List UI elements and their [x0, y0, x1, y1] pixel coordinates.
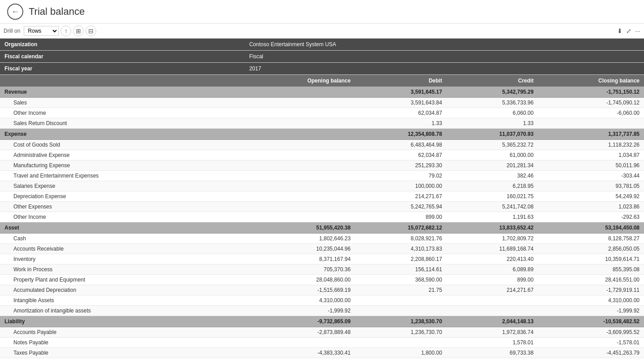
item-credit: 214,271.67	[447, 285, 538, 295]
fiscal-cal-label: Fiscal calendar	[0, 51, 245, 63]
table-row: Accumulated Depreciation -1,515,669.19 2…	[0, 285, 644, 295]
item-closing-balance: -1,999.92	[538, 306, 644, 316]
category-closing-balance: 1,317,737.85	[538, 129, 644, 140]
table-row: Amortization of intangible assets -1,999…	[0, 306, 644, 316]
item-opening-balance: -1,515,669.19	[245, 285, 355, 295]
item-credit: 6,218.95	[447, 181, 538, 191]
col-name-header	[0, 75, 245, 87]
table-row: Other Current Liabilities -2,475,645.20 …	[0, 358, 644, 360]
col-opening-balance-header: Opening balance	[245, 75, 355, 87]
category-debit: 1,238,530.70	[355, 316, 447, 327]
item-opening-balance: 705,370.36	[245, 265, 355, 275]
item-name: Travel and Entertainment Expenses	[0, 171, 245, 181]
item-closing-balance: -4,451,263.79	[538, 348, 644, 358]
item-debit: 8,028,921.76	[355, 234, 447, 244]
item-opening-balance	[245, 118, 355, 129]
table-row: Cash 1,802,646.23 8,028,921.76 1,702,809…	[0, 234, 644, 244]
item-closing-balance: 1,034.87	[538, 150, 644, 160]
toolbar-right: ⬇ ⤢ ···	[617, 27, 640, 35]
table-row: Manufacturing Expense 251,293.30 201,281…	[0, 160, 644, 171]
category-debit: 15,072,682.12	[355, 222, 447, 234]
item-opening-balance	[245, 181, 355, 191]
item-name: Cash	[0, 234, 245, 244]
item-debit: 251,293.30	[355, 160, 447, 171]
category-credit: 13,833,652.42	[447, 222, 538, 234]
item-opening-balance	[245, 160, 355, 171]
item-name: Amortization of intangible assets	[0, 306, 245, 316]
category-opening-balance	[245, 87, 355, 98]
item-name: Work in Process	[0, 265, 245, 275]
item-opening-balance: 10,235,044.96	[245, 244, 355, 254]
item-closing-balance: 4,310,000.00	[538, 295, 644, 306]
item-closing-balance: 93,781.05	[538, 181, 644, 191]
item-opening-balance	[245, 191, 355, 202]
item-debit	[355, 358, 447, 360]
org-row: Organization Contoso Entertainment Syste…	[0, 39, 644, 51]
category-row: Expense 12,354,808.78 11,037,070.93 1,31…	[0, 129, 644, 140]
item-debit: 3,591,643.84	[355, 98, 447, 108]
item-name: Manufacturing Expense	[0, 160, 245, 171]
back-button[interactable]: ←	[7, 4, 23, 20]
item-closing-balance: -2,475,645.20	[538, 358, 644, 360]
item-name: Accounts Receivable	[0, 244, 245, 254]
category-closing-balance: 53,194,450.08	[538, 222, 644, 234]
item-debit: 368,590.00	[355, 275, 447, 285]
table-row: Taxes Payable -4,383,330.41 1,800.00 69,…	[0, 348, 644, 358]
item-name: Administrative Expense	[0, 150, 245, 160]
item-opening-balance: 8,371,167.94	[245, 254, 355, 265]
category-row: Liability -9,732,865.09 1,238,530.70 2,0…	[0, 316, 644, 327]
table-row: Sales 3,591,643.84 5,336,733.96 -1,745,0…	[0, 98, 644, 108]
item-credit: 1.33	[447, 118, 538, 129]
item-closing-balance: -1,729,919.11	[538, 285, 644, 295]
item-debit	[355, 295, 447, 306]
item-opening-balance	[245, 140, 355, 150]
drill-on-label: Drill on	[4, 28, 20, 34]
item-credit: 6,089.89	[447, 265, 538, 275]
item-name: Accumulated Depreciation	[0, 285, 245, 295]
drill-up-button[interactable]: ↑	[60, 26, 71, 36]
category-name: Expense	[0, 129, 245, 140]
org-label: Organization	[0, 39, 245, 51]
item-credit: 6,060.00	[447, 108, 538, 118]
table-row: Notes Payable 1,578.01 -1,578.01	[0, 338, 644, 348]
item-credit: 1,578.01	[447, 338, 538, 348]
item-closing-balance: 855,395.08	[538, 265, 644, 275]
item-closing-balance: -303.44	[538, 171, 644, 181]
more-options-icon[interactable]: ···	[635, 27, 640, 35]
category-opening-balance	[245, 129, 355, 140]
item-name: Inventory	[0, 254, 245, 265]
item-name: Other Income	[0, 212, 245, 222]
fiscal-year-value: 2017	[245, 63, 644, 75]
table-row: Other Expenses 5,242,765.94 5,241,742.08…	[0, 202, 644, 212]
fiscal-year-label: Fiscal year	[0, 63, 245, 75]
category-name: Asset	[0, 222, 245, 234]
item-opening-balance	[245, 171, 355, 181]
item-opening-balance: -4,383,330.41	[245, 348, 355, 358]
item-credit: 5,336,733.96	[447, 98, 538, 108]
column-headers: Opening balance Debit Credit Closing bal…	[0, 75, 644, 87]
item-opening-balance: -2,475,645.20	[245, 358, 355, 360]
collapse-button[interactable]: ⊟	[86, 26, 96, 36]
item-name: Property Plant and Equipment	[0, 275, 245, 285]
item-name: Depreciation Expense	[0, 191, 245, 202]
item-name: Taxes Payable	[0, 348, 245, 358]
item-credit: 201,281.34	[447, 160, 538, 171]
table-row: Cost of Goods Sold 6,483,464.98 5,365,23…	[0, 140, 644, 150]
category-name: Revenue	[0, 87, 245, 98]
download-icon[interactable]: ⬇	[617, 27, 623, 35]
item-name: Salaries Expense	[0, 181, 245, 191]
item-debit: 100,000.00	[355, 181, 447, 191]
category-credit: 5,342,795.29	[447, 87, 538, 98]
item-closing-balance: -3,609,995.52	[538, 327, 644, 338]
expand-button[interactable]: ⊞	[73, 26, 84, 36]
item-opening-balance	[245, 108, 355, 118]
item-opening-balance: 28,048,860.00	[245, 275, 355, 285]
table-row: Other Income 62,034.87 6,060.00 -6,060.0…	[0, 108, 644, 118]
expand-view-icon[interactable]: ⤢	[626, 27, 631, 35]
item-credit: 61,000.00	[447, 150, 538, 160]
category-debit: 12,354,808.78	[355, 129, 447, 140]
item-debit: 1.33	[355, 118, 447, 129]
table-row: Depreciation Expense 214,271.67 160,021.…	[0, 191, 644, 202]
rows-select[interactable]: Rows Columns	[24, 26, 59, 36]
item-debit: 4,310,173.83	[355, 244, 447, 254]
